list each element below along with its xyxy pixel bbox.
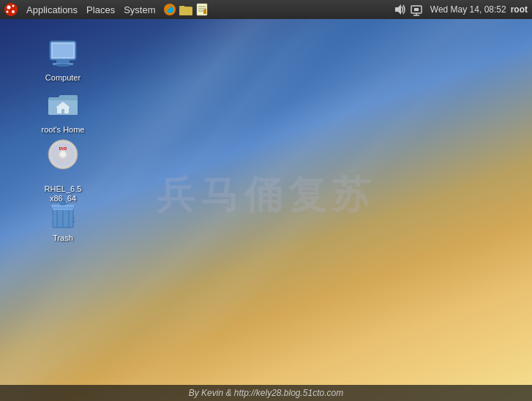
menu-places[interactable]: Places (82, 0, 119, 19)
trash-icon[interactable]: Trash (34, 192, 92, 246)
svg-marker-15 (395, 4, 401, 15)
svg-point-1 (7, 6, 11, 10)
svg-rect-13 (203, 10, 206, 14)
panel-icons (394, 3, 423, 16)
panel-user: root (511, 4, 528, 15)
svg-text:DVD: DVD (59, 146, 67, 151)
svg-rect-17 (414, 8, 419, 11)
bottom-bar: By Kevin & http://kely28.blog.51cto.com (0, 385, 532, 401)
computer-icon-label: Computer (45, 73, 80, 83)
panel-quicklaunch (162, 2, 209, 17)
text-editor-launcher[interactable] (195, 2, 209, 17)
svg-point-32 (61, 152, 65, 157)
computer-icon-image (45, 35, 80, 70)
gnome-logo[interactable] (3, 1, 19, 18)
watermark: 兵马俑复苏 (157, 170, 376, 221)
folder-launcher[interactable] (179, 2, 193, 17)
menu-system[interactable]: System (119, 0, 160, 19)
panel-clock[interactable]: Wed May 14, 08:52 (430, 4, 506, 15)
svg-rect-24 (56, 60, 70, 63)
home-icon-image (45, 87, 80, 122)
svg-point-2 (12, 5, 15, 7)
network-icon[interactable] (410, 3, 423, 16)
bottom-bar-text: By Kevin & http://kely28.blog.51cto.com (189, 388, 343, 398)
computer-icon[interactable]: Computer (34, 32, 92, 86)
svg-point-4 (12, 10, 15, 13)
svg-point-26 (56, 64, 70, 67)
menu-applications[interactable]: Applications (22, 0, 82, 19)
panel-right: Wed May 14, 08:52 root (394, 3, 532, 16)
svg-point-0 (4, 3, 18, 16)
svg-point-3 (7, 11, 9, 13)
svg-rect-23 (53, 44, 73, 57)
firefox-launcher[interactable] (162, 2, 177, 17)
top-panel: Applications Places System (0, 0, 532, 19)
dvd-icon-image: DVD (45, 137, 80, 172)
trash-icon-image (45, 195, 80, 231)
svg-rect-8 (179, 8, 192, 15)
home-icon[interactable]: root's Home (34, 84, 92, 138)
panel-left: Applications Places System (0, 0, 394, 19)
trash-icon-label: Trash (53, 233, 73, 243)
desktop: 兵马俑复苏 Applications Places System (0, 0, 532, 401)
volume-icon[interactable] (394, 3, 407, 16)
